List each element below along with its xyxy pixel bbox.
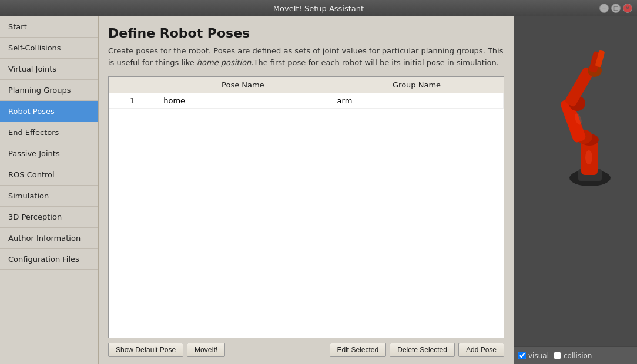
- visual-checkbox[interactable]: [518, 352, 526, 359]
- main-area: Start Self-Collisions Virtual Joints Pla…: [0, 16, 637, 364]
- poses-table-container: Pose Name Group Name 1 home arm: [108, 76, 504, 338]
- sidebar-item-virtual-joints[interactable]: Virtual Joints: [0, 59, 98, 80]
- add-pose-button[interactable]: Add Pose: [458, 343, 504, 357]
- titlebar-title: MoveIt! Setup Assistant: [273, 4, 364, 13]
- close-button[interactable]: ✕: [623, 4, 632, 13]
- edit-selected-button[interactable]: Edit Selected: [330, 343, 387, 357]
- table-header-index: [109, 77, 156, 93]
- robot-arm-svg: [537, 28, 631, 193]
- collision-checkbox-label[interactable]: collision: [554, 352, 592, 360]
- robot-footer: visual collision: [514, 346, 637, 364]
- page-title: Define Robot Poses: [108, 26, 504, 41]
- sidebar-item-robot-poses[interactable]: Robot Poses: [0, 101, 98, 122]
- delete-selected-button[interactable]: Delete Selected: [390, 343, 455, 357]
- table-header-row: Pose Name Group Name: [109, 77, 504, 93]
- sidebar-item-start[interactable]: Start: [0, 16, 98, 38]
- titlebar: MoveIt! Setup Assistant ─ □ ✕: [0, 0, 637, 16]
- poses-table: Pose Name Group Name 1 home arm: [109, 77, 504, 109]
- description-italic: home position.: [197, 58, 254, 67]
- content-area: Define Robot Poses Create poses for the …: [99, 16, 514, 364]
- visual-checkbox-label[interactable]: visual: [518, 352, 549, 360]
- collision-checkbox[interactable]: [554, 352, 561, 359]
- sidebar-item-self-collisions[interactable]: Self-Collisions: [0, 38, 98, 59]
- collision-label: collision: [564, 352, 592, 360]
- description-text-2: The first pose for each robot will be it…: [253, 58, 498, 67]
- visual-label: visual: [528, 352, 549, 360]
- maximize-button[interactable]: □: [611, 4, 621, 13]
- sidebar-item-configuration-files[interactable]: Configuration Files: [0, 249, 98, 270]
- sidebar-item-end-effectors[interactable]: End Effectors: [0, 122, 98, 143]
- table-cell-pose-name: home: [156, 93, 330, 109]
- moveit-button[interactable]: MoveIt!: [187, 343, 225, 357]
- table-header-group-name: Group Name: [330, 77, 503, 93]
- titlebar-controls[interactable]: ─ □ ✕: [599, 4, 632, 13]
- sidebar: Start Self-Collisions Virtual Joints Pla…: [0, 16, 99, 364]
- sidebar-item-3d-perception[interactable]: 3D Perception: [0, 207, 98, 228]
- show-default-pose-button[interactable]: Show Default Pose: [108, 343, 183, 357]
- table-cell-index: 1: [109, 93, 156, 109]
- sidebar-item-ros-control[interactable]: ROS Control: [0, 164, 98, 186]
- sidebar-item-planning-groups[interactable]: Planning Groups: [0, 80, 98, 101]
- sidebar-item-simulation[interactable]: Simulation: [0, 186, 98, 207]
- robot-viewport: [514, 16, 637, 346]
- page-description: Create poses for the robot. Poses are de…: [108, 45, 504, 68]
- sidebar-item-author-information[interactable]: Author Information: [0, 228, 98, 249]
- app-window: Start Self-Collisions Virtual Joints Pla…: [0, 16, 637, 364]
- robot-panel: visual collision: [514, 16, 637, 364]
- table-row[interactable]: 1 home arm: [109, 93, 504, 109]
- svg-point-11: [585, 150, 592, 164]
- table-header-pose-name: Pose Name: [156, 77, 330, 93]
- table-cell-group-name: arm: [330, 93, 503, 109]
- sidebar-item-passive-joints[interactable]: Passive Joints: [0, 143, 98, 164]
- minimize-button[interactable]: ─: [599, 4, 609, 13]
- bottom-bar: Show Default Pose MoveIt! Edit Selected …: [108, 338, 504, 359]
